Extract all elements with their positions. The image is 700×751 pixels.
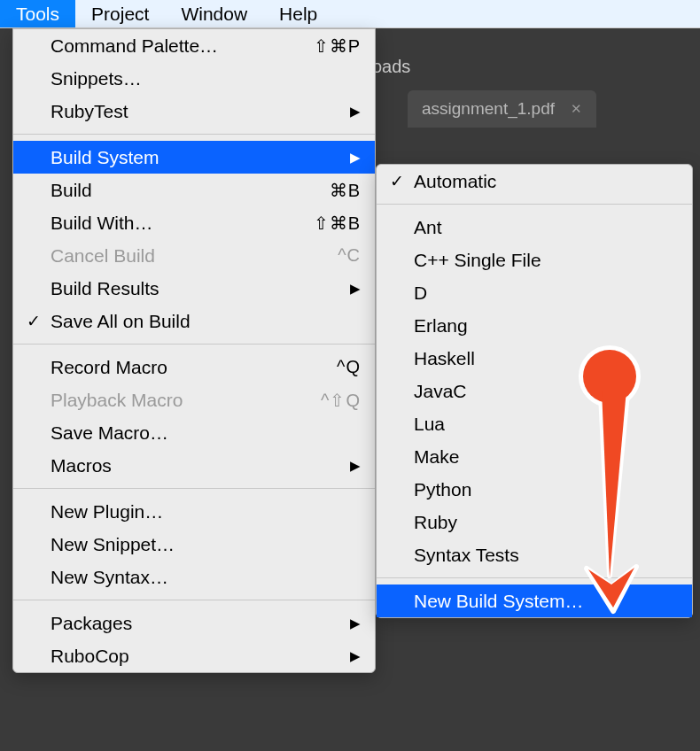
menu-item-snippets[interactable]: Snippets… — [13, 62, 375, 95]
menu-item-label: Record Macro — [47, 357, 326, 378]
submenu-item-make[interactable]: Make — [377, 440, 692, 473]
menu-item-label: RuboCop — [47, 646, 343, 667]
menu-item-label: Ruby — [410, 512, 678, 533]
menu-item-label: Snippets… — [47, 68, 361, 89]
menu-item-label: New Syntax… — [47, 567, 361, 588]
menu-separator — [13, 600, 375, 600]
menubar: ToolsProjectWindowHelp — [0, 0, 700, 28]
menu-item-label: Build System — [47, 147, 343, 168]
menu-item-build[interactable]: Build⌘B — [13, 174, 375, 206]
submenu-item-c-single-file[interactable]: C++ Single File — [377, 244, 692, 276]
menu-item-build-with[interactable]: Build With…⇧⌘B — [13, 206, 375, 239]
menu-item-shortcut: ^Q — [337, 357, 361, 377]
menu-item-command-palette[interactable]: Command Palette…⇧⌘P — [13, 29, 375, 62]
menu-item-new-snippet[interactable]: New Snippet… — [13, 528, 375, 561]
menu-separator — [13, 344, 375, 345]
menu-item-shortcut: ^⇧Q — [321, 390, 361, 411]
menu-item-label: Packages — [47, 613, 343, 634]
menu-item-label: JavaC — [410, 381, 678, 402]
menubar-item-help[interactable]: Help — [263, 0, 333, 27]
menu-item-label: Build — [47, 180, 319, 201]
menu-item-playback-macro[interactable]: Playback Macro^⇧Q — [13, 383, 375, 416]
menu-item-label: D — [410, 283, 678, 304]
chevron-right-icon: ▶ — [350, 150, 361, 166]
close-icon[interactable]: ✕ — [571, 101, 582, 117]
menu-item-rubocop[interactable]: RuboCop▶ — [13, 639, 375, 672]
tab-bar: assignment_1.pdf ✕ — [408, 89, 596, 128]
menu-item-label: Haskell — [410, 348, 678, 369]
menu-item-save-macro[interactable]: Save Macro… — [13, 416, 375, 449]
menu-item-new-syntax[interactable]: New Syntax… — [13, 561, 375, 593]
menu-item-label: Erlang — [410, 315, 678, 337]
menu-item-label: Python — [410, 479, 678, 500]
tools-menu: Command Palette…⇧⌘PSnippets…RubyTest▶Bui… — [12, 28, 376, 673]
menu-item-label: C++ Single File — [410, 250, 678, 271]
menu-item-label: RubyTest — [47, 101, 343, 122]
menu-separator — [377, 577, 692, 578]
menu-item-shortcut: ⇧⌘P — [314, 35, 361, 57]
menu-item-cancel-build[interactable]: Cancel Build^C — [13, 239, 375, 272]
menu-separator — [13, 134, 375, 135]
menu-item-shortcut: ^C — [338, 245, 361, 266]
chevron-right-icon: ▶ — [350, 281, 361, 297]
menu-item-label: Save All on Build — [47, 311, 361, 332]
chevron-right-icon: ▶ — [350, 616, 361, 631]
menubar-item-window[interactable]: Window — [165, 0, 263, 27]
menu-item-save-all-on-build[interactable]: ✓Save All on Build — [13, 305, 375, 337]
menu-item-shortcut: ⇧⌘B — [314, 213, 361, 234]
submenu-item-ant[interactable]: Ant — [377, 211, 692, 244]
submenu-item-javac[interactable]: JavaC — [377, 375, 692, 407]
menubar-item-tools[interactable]: Tools — [0, 0, 75, 27]
menu-item-label: Automatic — [410, 171, 678, 192]
menu-item-packages[interactable]: Packages▶ — [13, 607, 375, 639]
menu-item-build-system[interactable]: Build System▶ — [13, 141, 375, 174]
menu-item-label: Build With… — [47, 213, 303, 234]
menu-item-label: Macros — [47, 455, 343, 476]
build-system-submenu: ✓AutomaticAntC++ Single FileDErlangHaske… — [376, 164, 693, 618]
menu-item-label: New Build System… — [410, 591, 678, 612]
menu-item-record-macro[interactable]: Record Macro^Q — [13, 351, 375, 383]
chevron-right-icon: ▶ — [350, 458, 361, 474]
menu-item-label: New Snippet… — [47, 534, 361, 555]
submenu-item-automatic[interactable]: ✓Automatic — [377, 165, 692, 197]
menu-item-label: Cancel Build — [47, 245, 327, 267]
menu-item-label: Playback Macro — [47, 390, 310, 411]
menu-separator — [377, 204, 692, 205]
menu-item-label: Syntax Tests — [410, 545, 678, 566]
menu-item-label: Lua — [410, 414, 678, 435]
submenu-item-python[interactable]: Python — [377, 473, 692, 506]
submenu-item-d[interactable]: D — [377, 276, 692, 309]
submenu-item-new-build-system[interactable]: New Build System… — [377, 585, 692, 617]
submenu-item-erlang[interactable]: Erlang — [377, 309, 692, 342]
tab-label: assignment_1.pdf — [422, 99, 555, 119]
menu-item-new-plugin[interactable]: New Plugin… — [13, 495, 375, 528]
menubar-item-project[interactable]: Project — [75, 0, 165, 27]
menu-item-build-results[interactable]: Build Results▶ — [13, 272, 375, 305]
submenu-item-haskell[interactable]: Haskell — [377, 342, 692, 375]
menu-item-label: Build Results — [47, 278, 343, 299]
chevron-right-icon: ▶ — [350, 648, 361, 664]
menu-item-label: New Plugin… — [47, 501, 361, 523]
menu-item-rubytest[interactable]: RubyTest▶ — [13, 95, 375, 128]
menu-item-label: Command Palette… — [47, 35, 303, 57]
tab-assignment[interactable]: assignment_1.pdf ✕ — [408, 90, 596, 128]
check-icon: ✓ — [384, 171, 410, 191]
menu-separator — [13, 488, 375, 489]
menu-item-shortcut: ⌘B — [330, 180, 361, 201]
breadcrumb-partial: oads — [372, 57, 410, 77]
submenu-item-ruby[interactable]: Ruby — [377, 506, 692, 538]
menu-item-label: Ant — [410, 217, 678, 238]
menu-item-label: Save Macro… — [47, 422, 361, 444]
check-icon: ✓ — [20, 311, 47, 331]
menu-item-macros[interactable]: Macros▶ — [13, 449, 375, 482]
submenu-item-lua[interactable]: Lua — [377, 407, 692, 440]
menu-item-label: Make — [410, 446, 678, 468]
submenu-item-syntax-tests[interactable]: Syntax Tests — [377, 538, 692, 571]
chevron-right-icon: ▶ — [350, 104, 361, 120]
